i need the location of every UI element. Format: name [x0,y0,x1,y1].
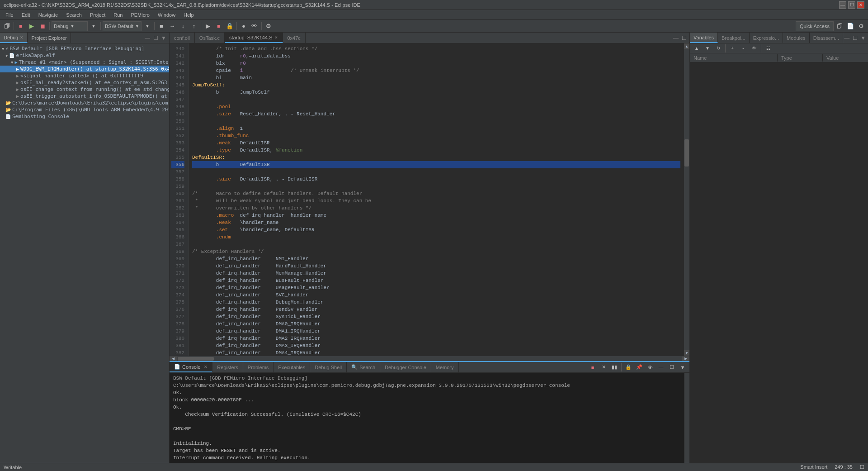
title-bar-controls[interactable]: — ☐ ✕ [839,1,864,9]
step-into-btn[interactable]: ↓ [178,21,188,31]
scroll-right-btn[interactable]: ▶ [682,357,689,361]
menu-project[interactable]: Project [86,11,109,19]
tree-item-frame4[interactable]: ▶ osEE_trigger_autostart_info_OSDEFAULTA… [0,93,169,100]
maximize-button[interactable]: ☐ [848,1,855,9]
scroll-left-btn[interactable]: ◀ [170,357,177,361]
stop-button[interactable]: ◼ [38,21,47,31]
view-menu-icon[interactable]: ▼ [160,34,167,42]
menu-edit[interactable]: Edit [18,11,34,19]
tab-console[interactable]: 📄 Console ✕ [170,362,212,372]
right-min-icon[interactable]: — [843,34,850,42]
toolbar-extra-1[interactable]: 🗍 [835,21,844,31]
tab-expressions[interactable]: Expressio... [750,33,783,43]
tree-item-frame1[interactable]: ▶ <signal handler called> () at 0xffffff… [0,72,169,79]
tree-item-bsw[interactable]: ▼ ⚡ BSW Default [GDB PEMicro Interface D… [0,45,169,52]
editor-min-icon[interactable]: — [672,34,679,42]
minimize-button[interactable]: — [839,1,846,9]
tree-item-frame3[interactable]: ▶ osEE_change_context_from_running() at … [0,86,169,93]
preferences-btn[interactable]: ⚙ [264,21,274,31]
code-content[interactable]: /* Init .data and .bss sections */ ldr r… [189,43,684,356]
console-min-btn[interactable]: — [656,362,666,372]
debug-config-dropdown[interactable]: Debug ▼ [52,21,88,31]
step-over-btn[interactable]: → [167,21,177,31]
console-stop-btn[interactable]: ■ [588,362,598,372]
tab-disassembly[interactable]: Disassem... [810,33,843,43]
debug-button[interactable]: ■ [16,21,26,31]
h-scroll-thumb[interactable] [178,357,214,361]
toolbar-extra-3[interactable]: ⚙ [856,21,866,31]
var-expand-btn[interactable]: ▼ [703,43,712,53]
minimize-view-icon[interactable]: — [144,34,151,42]
menu-navigate[interactable]: Navigate [35,11,61,19]
tab-console-close[interactable]: ✕ [204,365,208,369]
maximize-view-icon[interactable]: ☐ [152,34,159,42]
console-vertical-scrollbar[interactable] [684,373,689,463]
toolbar-extra-2[interactable]: 📄 [845,21,855,31]
tab-debug-shell[interactable]: Debug Shell [310,362,347,372]
step-return-btn[interactable]: ↑ [189,21,199,31]
tree-item-path1[interactable]: 📂 C:\Users\marce\Downloads\Erika32\eclip… [0,100,169,106]
right-max-icon[interactable]: ☐ [851,34,859,42]
console-content[interactable]: BSW Default [GDB PEMicro Interface Debug… [170,373,684,463]
skip-all-breakpoints-btn[interactable]: ■ [156,21,166,31]
tab-startup[interactable]: startup_S32K144.S ✕ [225,33,283,43]
tree-item-thread[interactable]: ▼ ▶ Thread #1 <main> (Suspended : Signal… [0,59,169,66]
resume-button[interactable]: ▶ [27,21,37,31]
new-button[interactable]: 🗍 [2,21,12,31]
menu-search[interactable]: Search [62,11,85,19]
bsw-dropdown[interactable]: BSW Default ▼ [103,21,142,31]
tab-registers[interactable]: Registers [212,362,243,372]
var-select-btn[interactable]: 👁 [749,43,759,53]
tab-breakpoints[interactable]: Breakpoi... [718,33,750,43]
tab-debug[interactable]: Debug ✕ [0,33,28,43]
disconnect-btn[interactable]: 🔒 [225,21,235,31]
tab-conf-oil[interactable]: conf.oil [170,33,195,43]
console-scroll-lock-btn[interactable]: 🔒 [623,362,633,372]
menu-pemicro[interactable]: PEMicro [127,11,153,19]
console-pin-btn[interactable]: 📌 [634,362,644,372]
tab-modules[interactable]: Modules [783,33,810,43]
breakpoint-btn[interactable]: ● [239,21,249,31]
scroll-up-btn[interactable]: ▲ [684,43,689,49]
h-scroll-track[interactable] [178,357,681,361]
console-view-menu-btn[interactable]: ▼ [678,362,688,372]
terminate-btn[interactable]: ■ [214,21,224,31]
debug-dropdown-arrow[interactable]: ▼ [89,21,99,31]
tree-item-elf[interactable]: ▼ 📄 erika3app.elf [0,52,169,59]
tab-variables[interactable]: Variables [690,33,718,43]
run-to-line-btn[interactable]: ▶ [203,21,213,31]
console-max-btn[interactable]: ☐ [667,362,677,372]
editor-horizontal-scrollbar[interactable]: ◀ ▶ [170,356,689,361]
menu-help[interactable]: Help [180,11,198,19]
var-remove-btn[interactable]: - [738,43,748,53]
scroll-track[interactable] [684,49,689,350]
tab-startup-close[interactable]: ✕ [274,35,278,40]
tab-debug-close[interactable]: ✕ [20,35,24,40]
scroll-down-btn[interactable]: ▼ [684,350,689,356]
console-clear-btn[interactable]: ✕ [599,362,609,372]
var-layout-btn[interactable]: ☷ [763,43,773,53]
tab-0x47c[interactable]: 0x47c [283,33,306,43]
var-collapse-btn[interactable]: ▲ [692,43,702,53]
console-open-btn[interactable]: 👁 [645,362,655,372]
menu-window[interactable]: Window [154,11,179,19]
tab-project-explorer[interactable]: Project Explorer [28,33,71,43]
tab-executables[interactable]: Executables [274,362,310,372]
editor-vertical-scrollbar[interactable]: ▲ ▼ [684,43,689,356]
quick-access-button[interactable]: Quick Access [796,21,834,31]
tree-item-frame2[interactable]: ▶ osEE_hal_ready2stacked() at ee_cortex_… [0,79,169,86]
tab-problems[interactable]: Problems [243,362,274,372]
code-editor[interactable]: 340 341 342 343 344 345 346 347 348 349 … [170,43,684,356]
tree-item-frame0[interactable]: ▶ WDOG_EWM_IRQHandler() at startup_S32K1… [0,66,169,72]
tree-item-path2[interactable]: 📂 C:\Program Files (x86)\GNU Tools ARM E… [0,106,169,113]
menu-run[interactable]: Run [110,11,126,19]
bsw-dropdown-btn[interactable]: ▼ [142,21,152,31]
right-menu-icon[interactable]: ▼ [859,34,867,42]
watches-btn[interactable]: 👁 [250,21,259,31]
var-add-btn[interactable]: + [727,43,737,53]
scroll-thumb[interactable] [684,139,689,167]
tab-debugger-console[interactable]: Debugger Console [380,362,431,372]
menu-file[interactable]: File [2,11,17,19]
editor-max-icon[interactable]: ☐ [680,34,688,42]
var-refresh-btn[interactable]: ↻ [713,43,723,53]
